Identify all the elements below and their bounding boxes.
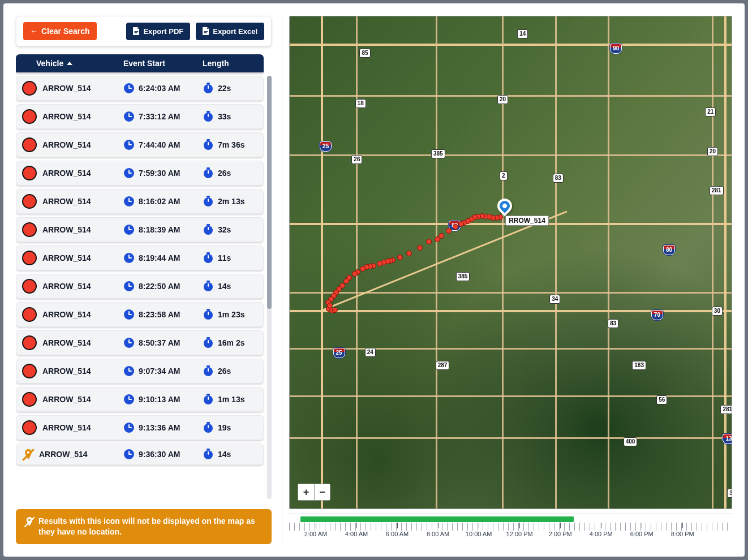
table-row[interactable]: ARROW_5148:50:37 AM16m 2s — [16, 330, 264, 355]
route-shield: 20 — [707, 147, 718, 156]
trail-point[interactable] — [397, 255, 403, 260]
table-row[interactable]: ARROW_5149:07:34 AM26s — [16, 359, 264, 384]
zoom-out-button[interactable]: − — [314, 484, 330, 500]
route-shield: 183 — [632, 361, 646, 370]
timeline-ticks — [289, 523, 732, 531]
event-marker-icon — [22, 81, 37, 96]
table-row[interactable]: ARROW_5148:18:39 AM32s — [16, 217, 264, 242]
event-marker-icon — [22, 251, 37, 265]
clock-icon — [124, 140, 134, 150]
event-marker-icon — [22, 222, 37, 237]
table-row[interactable]: ARROW_5147:33:12 AM33s — [16, 104, 264, 129]
route-shield: 56 — [656, 395, 667, 404]
table-row[interactable]: ARROW_5147:44:40 AM7m 36s — [16, 132, 264, 157]
event-start: 8:50:37 AM — [139, 338, 180, 347]
col-header-vehicle[interactable]: Vehicle — [22, 59, 123, 68]
timeline-labels: 2:00 AM4:00 AM6:00 AM8:00 AM10:00 AM12:0… — [289, 531, 732, 540]
route-shield: 85 — [359, 49, 370, 58]
table-row[interactable]: ARROW_5149:36:30 AM14s — [16, 443, 264, 465]
trail-point[interactable] — [352, 271, 358, 277]
trail-point[interactable] — [377, 261, 382, 266]
scroll-thumb[interactable] — [267, 76, 272, 309]
col-header-event-start[interactable]: Event Start — [123, 59, 203, 68]
zoom-in-button[interactable]: + — [298, 484, 314, 500]
route-shield: 281 — [720, 405, 732, 414]
clock-icon — [124, 309, 134, 320]
route-shield: 83 — [608, 319, 618, 328]
event-marker-icon — [22, 307, 37, 322]
export-excel-button[interactable]: Export Excel — [196, 23, 264, 40]
vehicle-name: ARROW_514 — [42, 253, 91, 262]
route-shield: 18 — [355, 99, 366, 108]
event-length: 22s — [218, 84, 231, 93]
map-view[interactable]: + − 902580807025135148518202638528328138… — [289, 16, 732, 509]
route-shield: 83 — [553, 174, 564, 183]
event-start: 7:33:12 AM — [139, 112, 180, 121]
file-excel-icon — [203, 27, 209, 35]
table-row[interactable]: ARROW_5147:59:30 AM26s — [16, 161, 264, 186]
vehicle-name: ARROW_514 — [42, 310, 91, 319]
trail-point[interactable] — [360, 266, 366, 272]
route-shield: 35 — [727, 489, 732, 498]
clock-icon — [124, 281, 134, 291]
vehicle-pin[interactable] — [497, 199, 512, 213]
table-row[interactable]: ARROW_5149:13:36 AM19s — [16, 415, 264, 440]
event-marker-icon — [22, 279, 37, 294]
trail-point[interactable] — [417, 245, 423, 251]
clock-icon — [124, 423, 134, 433]
stopwatch-icon — [203, 394, 213, 404]
sort-asc-icon — [67, 62, 72, 65]
route-shield: 14 — [517, 29, 528, 38]
stopwatch-icon — [203, 111, 213, 122]
vehicle-name: ARROW_514 — [42, 112, 91, 121]
event-length: 7m 36s — [218, 140, 244, 149]
stopwatch-icon — [203, 83, 213, 93]
table-row[interactable]: ARROW_5148:22:50 AM14s — [16, 274, 264, 299]
svg-rect-1 — [135, 32, 137, 33]
route-shield: 20 — [497, 95, 508, 104]
event-marker-icon — [22, 109, 37, 124]
export-pdf-button[interactable]: Export PDF — [126, 23, 190, 40]
event-start: 8:22:50 AM — [139, 282, 180, 291]
col-header-length[interactable]: Length — [203, 59, 258, 68]
table-scrollbar[interactable] — [267, 76, 272, 499]
event-start: 9:13:36 AM — [139, 423, 180, 432]
vehicle-name: ARROW_514 — [42, 282, 91, 291]
trail-point[interactable] — [426, 239, 432, 244]
col-header-event-start-label: Event Start — [123, 59, 165, 68]
timeline-label: 8:00 PM — [671, 531, 694, 537]
trail-point[interactable] — [332, 307, 338, 313]
warning-text: Results with this icon will not be displ… — [38, 516, 264, 537]
trail-point[interactable] — [453, 224, 458, 230]
interstate-shield: 90 — [610, 44, 622, 54]
svg-rect-3 — [204, 32, 207, 33]
clock-icon — [124, 168, 134, 178]
event-marker-icon — [22, 166, 37, 180]
trail-point[interactable] — [406, 251, 412, 256]
vehicle-name: ARROW_514 — [42, 395, 91, 404]
table-row[interactable]: ARROW_5146:24:03 AM22s — [16, 76, 264, 101]
event-length: 19s — [218, 423, 231, 432]
vehicle-name: ARROW_514 — [42, 84, 91, 93]
timeline[interactable]: 2:00 AM4:00 AM6:00 AM8:00 AM10:00 AM12:0… — [289, 514, 732, 544]
trail-point[interactable] — [327, 303, 333, 308]
trail-point[interactable] — [446, 228, 452, 234]
table-row[interactable]: ARROW_5148:23:58 AM1m 23s — [16, 302, 264, 327]
route-shield: 24 — [365, 348, 376, 357]
table-row[interactable]: ARROW_5149:10:13 AM1m 13s — [16, 387, 264, 412]
stopwatch-icon — [203, 449, 213, 459]
timeline-label: 10:00 AM — [466, 531, 492, 537]
event-start: 8:16:02 AM — [139, 197, 180, 206]
route-shield: 385 — [431, 149, 445, 158]
interstate-shield: 135 — [723, 434, 732, 444]
table-row[interactable]: ARROW_5148:19:44 AM11s — [16, 245, 264, 270]
trail-point[interactable] — [458, 221, 464, 227]
svg-rect-0 — [135, 31, 139, 32]
event-start: 9:07:34 AM — [139, 367, 180, 376]
vehicle-name: ARROW_514 — [42, 367, 91, 376]
timeline-range-bar[interactable] — [300, 516, 574, 522]
trail-point[interactable] — [435, 236, 440, 242]
interstate-shield: 25 — [320, 141, 332, 152]
table-row[interactable]: ARROW_5148:16:02 AM2m 13s — [16, 189, 264, 214]
clear-search-button[interactable]: ← Clear Search — [23, 22, 97, 40]
